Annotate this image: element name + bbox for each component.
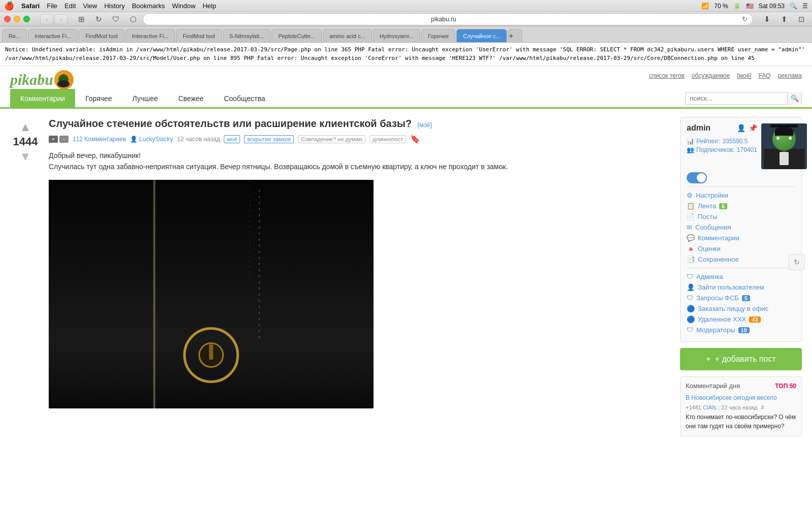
floating-refresh-button[interactable]: ↻ — [789, 254, 805, 270]
shield-icon[interactable]: 🛡 — [109, 13, 122, 26]
user-comments-label: Комментарии — [698, 234, 739, 242]
tab-re[interactable]: Re... — [2, 29, 27, 42]
menu-history[interactable]: History — [104, 2, 124, 10]
logo-area[interactable]: pikabu — [10, 70, 74, 89]
user-profile-icon[interactable]: 👤 — [737, 124, 746, 132]
top50-link[interactable]: ТОП 50 — [775, 383, 796, 390]
tab-new[interactable]: + — [508, 29, 522, 42]
tab-goryachee[interactable]: Горячее — [421, 29, 455, 42]
menu-ratings[interactable]: 🔺 Оценки — [687, 243, 795, 254]
header-link-ads[interactable]: реклама — [778, 72, 802, 79]
search-input[interactable] — [686, 94, 787, 102]
header-link-moe[interactable]: [моё] — [737, 72, 751, 79]
menu-safari[interactable]: Safari — [21, 2, 40, 10]
traffic-lights — [4, 16, 30, 22]
login-user-icon: 👤 — [687, 283, 695, 291]
article-text: Добрый вечер, пикабушник! Случилась тут … — [49, 150, 672, 173]
upload-icon[interactable]: ⬆ — [777, 13, 791, 26]
search-icon[interactable]: 🔍 — [790, 3, 797, 10]
menu-posts[interactable]: 📄 Посты — [687, 211, 795, 222]
menu-edit[interactable]: Edit — [64, 2, 76, 10]
search-button[interactable]: 🔍 — [787, 92, 801, 105]
admin-icon: 🛡 — [687, 273, 693, 280]
nav-hot[interactable]: Горячее — [75, 89, 122, 108]
menu-user-comments[interactable]: 💬 Комментарии — [687, 233, 795, 243]
menu-saved[interactable]: 📑 Сохраненное — [687, 254, 795, 265]
maximize-button[interactable] — [23, 16, 30, 22]
nav-buttons: ‹ › — [40, 14, 67, 24]
close-button[interactable] — [4, 16, 11, 22]
meta-icon-list[interactable]: ≡ — [49, 136, 58, 143]
menu-deleted[interactable]: 🔵 Удаленное ХХХ 43 — [687, 314, 795, 325]
tag-vskrytie[interactable]: вскрытие замков — [244, 135, 294, 143]
nav-comments[interactable]: Комментарии — [10, 89, 75, 108]
menu-pizza[interactable]: 🔵 Заказать пиццу в офис — [687, 303, 795, 314]
nav-communities[interactable]: Сообщества — [214, 89, 275, 108]
comment-day-title: Комментарий дня — [686, 382, 740, 390]
comment-day-header: Комментарий дня ТОП 50 — [686, 382, 796, 390]
tab-sluchajnoe[interactable]: Случайное с... — [456, 29, 507, 42]
menu-bookmarks[interactable]: Bookmarks — [132, 2, 165, 10]
menu-login-user[interactable]: 👤 Зайти пользователем — [687, 282, 795, 293]
tab-hydroxyami[interactable]: Hydroxyami... — [373, 29, 420, 42]
nav-best[interactable]: Лучшее — [122, 89, 168, 108]
comments-link[interactable]: 112 Комментариев — [73, 136, 126, 143]
toggle-switch[interactable] — [687, 172, 707, 183]
comment-day-link[interactable]: В Новосибирске сегодня весело — [686, 394, 796, 402]
tab-findmod-1[interactable]: FindMod tool — [79, 29, 124, 42]
battery-icon: 🔋 — [733, 3, 741, 10]
tab-icon[interactable]: ⊡ — [795, 13, 808, 26]
tab-findmod-2[interactable]: FindMod tool — [176, 29, 222, 42]
address-bar[interactable]: pikabu.ru ↻ — [143, 13, 753, 25]
forward-button[interactable]: › — [54, 14, 67, 24]
tab-interactive-fi-1[interactable]: Interactive Fi... — [28, 29, 78, 42]
header-link-tags[interactable]: список тегов — [649, 72, 685, 79]
tag-sovpadenie[interactable]: Совпадение? не думаю — [298, 135, 365, 143]
meta-icon-minus[interactable]: – — [59, 136, 69, 143]
downvote-button[interactable]: ▼ — [19, 150, 31, 163]
menu-file[interactable]: File — [47, 2, 57, 10]
menu-settings[interactable]: ⚙ Настройки — [687, 190, 795, 201]
title-moe-badge[interactable]: [моё] — [418, 121, 432, 129]
tab-interactive-fi-2[interactable]: Interactive Fi... — [125, 29, 175, 42]
menu-view[interactable]: View — [83, 2, 97, 10]
subscribers-value: 170401 — [737, 146, 757, 153]
comment-hash[interactable]: # — [761, 404, 764, 410]
tab-s-nitrosylati[interactable]: S-Nitrosylati... — [223, 29, 270, 42]
tab-peptidecutte[interactable]: PeptideCutte... — [272, 29, 322, 42]
add-post-button[interactable]: + + добавить пост — [680, 348, 802, 370]
article-line-1: Добрый вечер, пикабушник! — [49, 150, 672, 161]
comment-author[interactable]: CIAfs — [703, 404, 717, 410]
battery-status: 70 % — [714, 3, 728, 10]
apple-menu[interactable]: 🍎 — [4, 1, 14, 11]
macos-menubar: 🍎 Safari File Edit View History Bookmark… — [0, 0, 812, 12]
tag-dlinnyi[interactable]: длиннопост — [369, 135, 406, 143]
deleted-badge: 43 — [749, 316, 760, 323]
menu-messages[interactable]: ✉ Сообщения — [687, 222, 795, 233]
nav-bar: Комментарии Горячее Лучшее Свежее Сообще… — [0, 89, 812, 109]
menu-feed[interactable]: 📋 Лента 6 — [687, 201, 795, 211]
share-ext-icon[interactable]: ⬡ — [126, 13, 140, 26]
user-pin-icon[interactable]: 📌 — [749, 124, 757, 132]
back-button[interactable]: ‹ — [40, 14, 53, 24]
nav-fresh[interactable]: Свежее — [168, 89, 214, 108]
reload-button[interactable]: ↻ — [742, 15, 748, 23]
refresh-icon[interactable]: ↻ — [92, 13, 105, 26]
menu-window[interactable]: Window — [172, 2, 195, 10]
sidebar-icon[interactable]: ⊞ — [75, 13, 88, 26]
menu-admin[interactable]: 🛡 Админка — [687, 271, 795, 282]
minimize-button[interactable] — [14, 16, 20, 22]
sidebar-top: admin 👤 📌 📊 Рейтинг: 335590.5 — [687, 123, 795, 169]
author-link[interactable]: LuckySlacky — [139, 136, 173, 143]
menu-moderators[interactable]: 🛡 Модераторы 10 — [687, 325, 795, 335]
header-link-discussed[interactable]: обсуждаемое — [692, 72, 730, 79]
header-link-faq[interactable]: FAQ — [759, 72, 771, 79]
download-icon[interactable]: ⬇ — [760, 13, 773, 26]
bookmark-icon[interactable]: 🔖 — [410, 134, 420, 144]
menu-help[interactable]: Help — [202, 2, 216, 10]
menu-fsb[interactable]: 🛡 Запросы ФСБ 5 — [687, 293, 795, 303]
moe-tag[interactable]: моё — [224, 135, 240, 143]
nav-search: 🔍 — [685, 92, 802, 105]
tab-amino-acid[interactable]: amino acid c... — [323, 29, 372, 42]
upvote-button[interactable]: ▲ — [19, 121, 31, 133]
